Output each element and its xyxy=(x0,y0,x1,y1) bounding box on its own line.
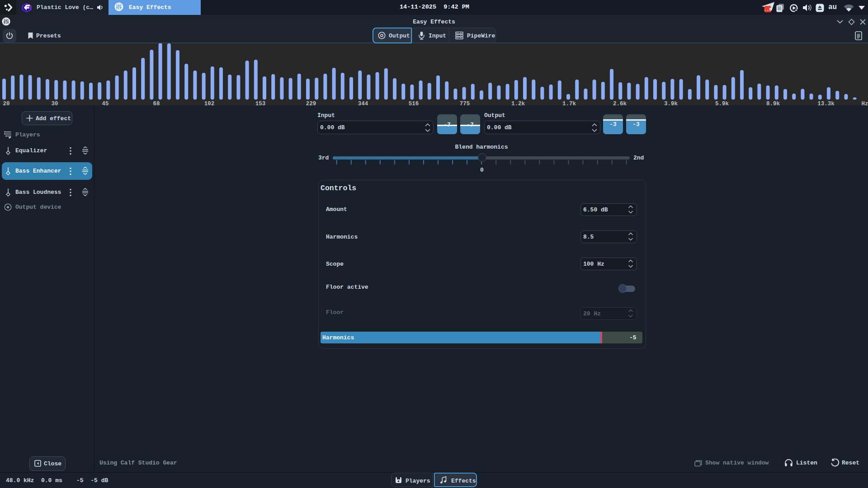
svg-text:8.9k: 8.9k xyxy=(766,101,780,106)
svg-text:102: 102 xyxy=(204,101,215,106)
svg-text:1.2k: 1.2k xyxy=(511,101,525,106)
svg-text:516: 516 xyxy=(409,101,419,106)
svg-text:5.9k: 5.9k xyxy=(715,101,729,106)
svg-text:..6: ..6 xyxy=(764,7,772,12)
svg-text:3.9k: 3.9k xyxy=(664,101,678,106)
svg-text:30: 30 xyxy=(51,101,58,106)
svg-text:45: 45 xyxy=(102,101,108,106)
svg-text:20: 20 xyxy=(3,101,9,106)
svg-text:2.6k: 2.6k xyxy=(613,101,627,106)
svg-text:153: 153 xyxy=(255,101,266,106)
svg-text:13.3k: 13.3k xyxy=(817,101,835,106)
svg-text:775: 775 xyxy=(460,101,470,106)
svg-text:68: 68 xyxy=(153,101,160,106)
svg-text:1.7k: 1.7k xyxy=(562,101,576,106)
svg-text:Hz: Hz xyxy=(861,101,868,106)
svg-text:344: 344 xyxy=(358,101,368,106)
svg-text:229: 229 xyxy=(306,101,316,106)
